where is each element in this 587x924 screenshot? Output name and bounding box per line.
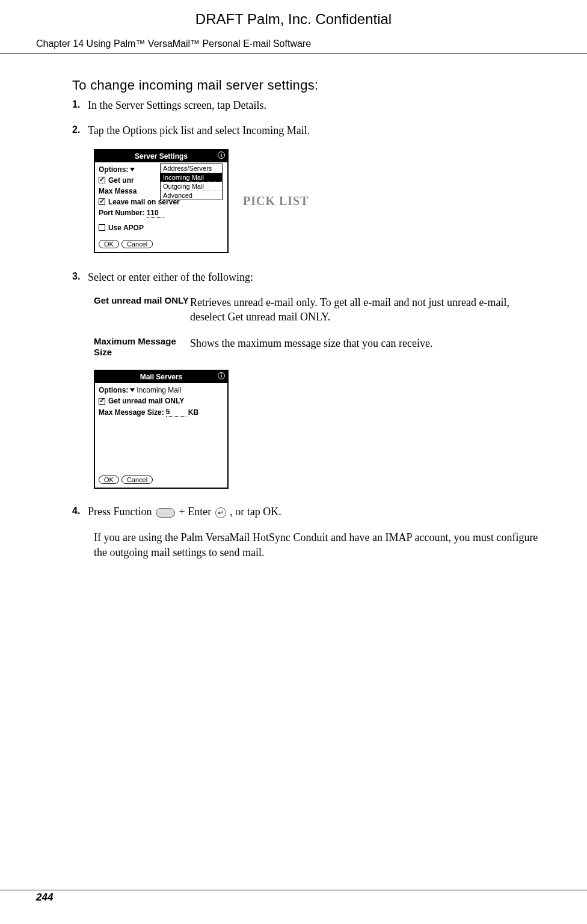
options-dropdown: Address/Servers Incoming Mail Outgoing M… — [160, 164, 223, 200]
function-key-icon — [156, 508, 175, 518]
port-number-row: Port Number: 110 — [99, 209, 224, 218]
step-text: In the Server Settings screen, tap Detai… — [88, 98, 539, 112]
step-text: Select or enter either of the following: — [88, 270, 539, 284]
page-footer: 244 — [0, 890, 587, 904]
dropdown-option-outgoing: Outgoing Mail — [161, 182, 222, 191]
info-icon: i — [218, 372, 225, 379]
main-content: To change incoming mail server settings:… — [0, 78, 587, 560]
definition-row: Get unread mail ONLY Retrieves unread e-… — [94, 295, 539, 325]
get-unread-row: Get unread mail ONLY — [99, 397, 224, 405]
screenshot-mail-servers: Mail Servers i Options: Incoming Mail Ge… — [94, 370, 229, 489]
checkbox-icon — [99, 177, 105, 183]
cancel-button: Cancel — [121, 240, 153, 248]
checkbox-icon — [99, 198, 105, 205]
checkbox-icon — [99, 224, 105, 231]
section-title: To change incoming mail server settings: — [72, 78, 539, 93]
step-text: Press Function + Enter ↵ , or tap OK. — [88, 504, 539, 519]
options-label: Options: — [99, 165, 128, 174]
screenshot-title: Mail Servers — [140, 373, 183, 381]
definition-term: Maximum Message Size — [94, 336, 190, 358]
definition-term: Get unread mail ONLY — [94, 295, 190, 325]
use-apop-label: Use APOP — [108, 224, 144, 232]
dropdown-option-advanced: Advanced — [161, 191, 222, 200]
figure-2: Mail Servers i Options: Incoming Mail Ge… — [94, 370, 539, 489]
cancel-button: Cancel — [121, 476, 153, 484]
max-message-label: Max Messa — [99, 187, 137, 195]
step-4-note: If you are using the Palm VersaMail HotS… — [94, 530, 539, 560]
step-3: 3. Select or enter either of the followi… — [72, 270, 539, 284]
port-number-label: Port Number: — [99, 209, 145, 217]
chapter-header: Chapter 14 Using Palm™ VersaMail™ Person… — [0, 38, 587, 54]
port-number-value: 110 — [147, 209, 164, 218]
screenshot-buttons: OK Cancel — [95, 237, 227, 252]
options-label: Options: — [99, 386, 128, 394]
screenshot-title: Server Settings — [135, 152, 188, 161]
figure-1-row: Server Settings i Options: Address/Serve… — [94, 149, 539, 253]
definition-description: Shows the maximum message size that you … — [190, 336, 539, 358]
ok-button: OK — [99, 240, 119, 248]
max-message-size-value: 5 — [166, 408, 186, 417]
checkbox-icon — [99, 398, 105, 405]
screenshot-server-settings: Server Settings i Options: Address/Serve… — [94, 149, 229, 253]
step4-text-a: Press Function — [88, 506, 155, 518]
screenshot-titlebar: Server Settings i — [95, 150, 227, 162]
dropdown-option-address: Address/Servers — [161, 164, 222, 173]
dropdown-option-incoming: Incoming Mail — [161, 173, 222, 182]
get-unread-label: Get unread mail ONLY — [108, 397, 184, 405]
step-number: 2. — [72, 123, 88, 138]
options-value: Incoming Mail — [137, 386, 181, 394]
use-apop-row: Use APOP — [99, 224, 224, 232]
get-unread-label: Get unr — [108, 176, 134, 185]
screenshot-titlebar: Mail Servers i — [95, 371, 227, 383]
step-1: 1. In the Server Settings screen, tap De… — [72, 98, 539, 112]
step4-text-b: + Enter — [179, 506, 214, 518]
step4-text-c: , or tap OK. — [230, 506, 281, 518]
step-text: Tap the Options pick list and select Inc… — [88, 123, 539, 138]
max-message-size-row: Max Message Size: 5 KB — [99, 408, 224, 417]
dropdown-arrow-icon — [130, 168, 135, 171]
step-number: 1. — [72, 98, 88, 112]
step-number: 3. — [72, 270, 88, 284]
screenshot-body: Options: Incoming Mail Get unread mail O… — [95, 383, 227, 473]
enter-key-icon: ↵ — [215, 507, 226, 518]
max-message-size-unit: KB — [188, 408, 198, 417]
definition-row: Maximum Message Size Shows the maximum m… — [94, 336, 539, 358]
max-message-size-label: Max Message Size: — [99, 408, 164, 417]
step-number: 4. — [72, 504, 88, 519]
options-row: Options: Incoming Mail — [99, 386, 224, 394]
info-icon: i — [218, 151, 225, 159]
definition-description: Retrieves unread e-mail only. To get all… — [190, 295, 539, 325]
dropdown-arrow-icon — [130, 388, 135, 392]
screenshot-buttons: OK Cancel — [95, 473, 227, 488]
step-4: 4. Press Function + Enter ↵ , or tap OK. — [72, 504, 539, 519]
ok-button: OK — [99, 476, 119, 484]
pick-list-callout: PICK LIST — [243, 194, 309, 208]
draft-confidential-header: DRAFT Palm, Inc. Confidential — [0, 0, 587, 38]
step-2: 2. Tap the Options pick list and select … — [72, 123, 539, 138]
page-number: 244 — [36, 892, 53, 903]
screenshot-body: Options: Address/Servers Incoming Mail O… — [95, 162, 227, 237]
definitions-table: Get unread mail ONLY Retrieves unread e-… — [94, 295, 539, 358]
